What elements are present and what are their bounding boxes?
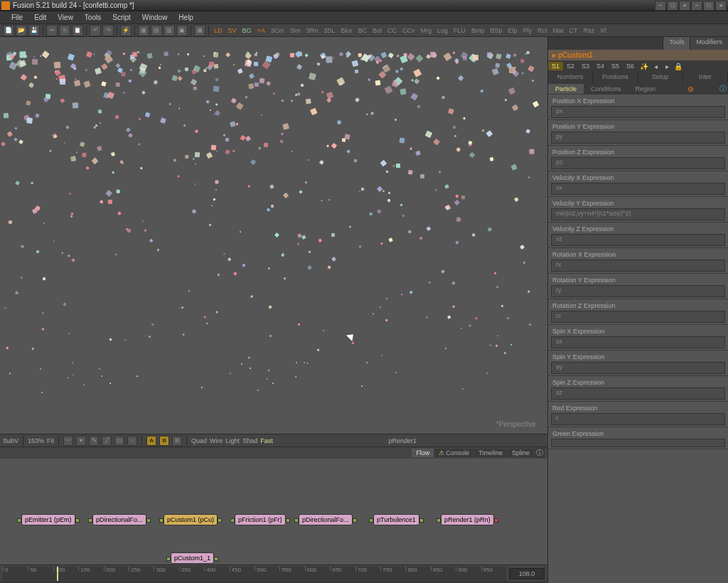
tool-elp[interactable]: Elp [506, 27, 520, 34]
node-pemitter1[interactable]: pEmitter1 (pEm) [21, 514, 75, 525]
cat-tab-inter[interactable]: Inter [683, 72, 728, 83]
prop-value-field[interactable]: vz [551, 234, 725, 246]
s-tab-s5[interactable]: S5 [608, 62, 623, 70]
timeline[interactable]: 0501001502002503003504004505005506006507… [0, 565, 547, 582]
tool-cc[interactable]: CC [385, 27, 399, 34]
flow-info-icon[interactable]: ⓘ [535, 448, 545, 458]
cat-tab-positions[interactable]: Positions [593, 72, 638, 83]
tool-rct[interactable]: Rct [535, 27, 550, 34]
tool-bc[interactable]: BC [355, 27, 369, 34]
cat-tab-numbers[interactable]: Numbers [548, 72, 593, 83]
sub-tab-region[interactable]: Region [628, 84, 663, 94]
menu-view[interactable]: View [52, 12, 79, 23]
sub-tab-conditions[interactable]: Conditions [584, 84, 628, 94]
rect-icon[interactable]: ▭ [114, 436, 124, 446]
layout5-icon[interactable]: ▦ [194, 25, 205, 36]
b2-button[interactable]: B [172, 436, 182, 446]
child-minimize-button[interactable]: − [691, 1, 702, 11]
viewer-3d[interactable]: *Perspective [0, 37, 547, 434]
circle-icon[interactable]: ○ [127, 436, 137, 446]
b-button[interactable]: B [159, 436, 169, 446]
mode-quad[interactable]: Quad [191, 437, 207, 444]
mode-light[interactable]: Light [226, 437, 240, 444]
sub-tab-particle[interactable]: Particle [548, 84, 584, 94]
panel-tab-modifiers[interactable]: Modifiers [690, 37, 728, 50]
flow-tab-console[interactable]: Console [434, 449, 473, 457]
tool-mrg[interactable]: Mrg [418, 27, 434, 34]
tool-+a[interactable]: +A [255, 27, 267, 34]
line-icon[interactable]: ╱ [102, 436, 112, 446]
zoom-display[interactable]: 153% [28, 437, 44, 444]
tool-sv[interactable]: SV [226, 27, 239, 34]
s-tab-s1[interactable]: S1 [548, 62, 563, 70]
undo-icon[interactable]: ↶ [90, 25, 101, 36]
copy-icon[interactable]: ⎘ [59, 25, 70, 36]
prop-value-field[interactable]: vx [551, 183, 725, 195]
tool-3sl[interactable]: 3SL [321, 27, 337, 34]
prop-value-field[interactable]: min(n2,vy+n4*(n1*size)^2) [551, 208, 725, 220]
save-icon[interactable]: 💾 [28, 25, 40, 36]
tool-3cm[interactable]: 3Cm [269, 27, 287, 34]
flow-tab-flow[interactable]: Flow [412, 449, 434, 457]
prop-value-field[interactable]: rz [551, 311, 725, 323]
a-button[interactable]: A [146, 436, 156, 446]
info-icon[interactable]: ⓘ [718, 84, 728, 94]
tool-ply[interactable]: Ply [521, 27, 535, 34]
child-maximize-button[interactable]: □ [703, 1, 714, 11]
prop-value-field[interactable]: rx [551, 260, 725, 272]
node-pdirectionalfo...[interactable]: pDirectionalFo... [92, 514, 146, 525]
subv-button[interactable]: SubV [3, 437, 18, 444]
tool-3im[interactable]: 3Im [288, 27, 303, 34]
layout4-icon[interactable]: ▣ [176, 25, 188, 36]
mode-fast[interactable]: Fast [260, 437, 273, 444]
s-tab-s2[interactable]: S2 [563, 62, 578, 70]
tool-xf[interactable]: Xf [598, 27, 609, 34]
tool-blur[interactable]: Blur [338, 27, 354, 34]
tool-bg[interactable]: BG [240, 27, 254, 34]
open-icon[interactable]: 📂 [16, 25, 27, 36]
paste-icon[interactable]: 📋 [72, 25, 83, 36]
prop-value-field[interactable] [551, 439, 725, 447]
play-icon[interactable]: ▸ [662, 61, 672, 71]
menu-file[interactable]: File [6, 12, 28, 23]
tool-ct[interactable]: CT [567, 27, 580, 34]
new-icon[interactable]: 📄 [3, 25, 14, 36]
layout1-icon[interactable]: ▦ [138, 25, 149, 36]
child-close-button[interactable]: × [715, 1, 727, 11]
node-pcustom1_1[interactable]: pCustom1_1 [171, 552, 214, 564]
tool-bsp[interactable]: BSp [488, 27, 504, 34]
pointer-icon[interactable]: ▾ [76, 436, 86, 446]
flow-tab-spline[interactable]: Spline [508, 449, 534, 457]
close-button[interactable]: × [679, 1, 690, 11]
layout2-icon[interactable]: ▤ [151, 25, 162, 36]
prop-value-field[interactable]: sx [551, 336, 725, 348]
tool-bol[interactable]: Bol [370, 27, 384, 34]
poly-icon[interactable]: 〰 [63, 436, 73, 446]
tool-log[interactable]: Log [435, 27, 450, 34]
node-pturbulence1[interactable]: pTurbulence1 [373, 514, 419, 525]
flow-tab-timeline[interactable]: Timeline [474, 449, 507, 457]
layout3-icon[interactable]: ▥ [164, 25, 175, 36]
panel-tab-tools[interactable]: Tools [663, 37, 690, 50]
menu-help[interactable]: Help [173, 12, 199, 23]
node-pdirectionalfo...[interactable]: pDirectionalFo... [299, 514, 353, 525]
node-pfriction1[interactable]: pFriction1 (pFr) [235, 514, 286, 525]
s-tab-s4[interactable]: S4 [593, 62, 608, 70]
lock-icon[interactable]: 🔒 [673, 61, 683, 71]
fit-button[interactable]: Fit [47, 437, 54, 444]
tool-rsz[interactable]: Rsz [582, 27, 597, 34]
prop-value-field[interactable]: ry [551, 285, 725, 297]
cat-tab-setup[interactable]: Setup [638, 72, 683, 83]
prop-value-field[interactable]: py [551, 132, 725, 144]
timeline-current-frame[interactable]: 108.0 [509, 568, 545, 579]
paint-icon[interactable]: ✎ [89, 436, 99, 446]
wand-icon[interactable]: ✨ [639, 61, 649, 71]
tool-ld[interactable]: LD [212, 27, 225, 34]
tool-bmp[interactable]: Bmp [469, 27, 487, 34]
tool-ccv[interactable]: CCv [400, 27, 417, 34]
menu-script[interactable]: Script [107, 12, 136, 23]
flow-canvas[interactable]: pEmitter1 (pEm)pDirectionalFo...pCustom1… [0, 459, 547, 565]
menu-edit[interactable]: Edit [28, 12, 52, 23]
menu-tools[interactable]: Tools [79, 12, 107, 23]
tool-3rn[interactable]: 3Rn [304, 27, 321, 34]
